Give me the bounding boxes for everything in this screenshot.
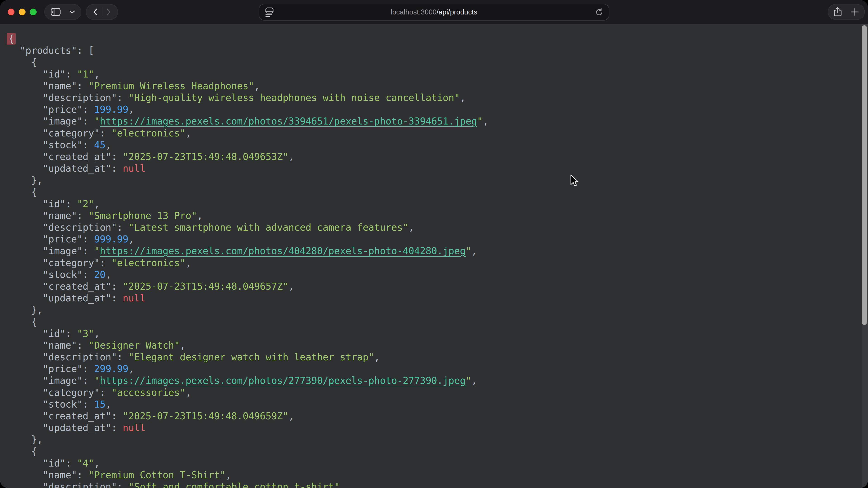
actions-button-group [828,4,865,20]
token-punct: , [374,352,380,363]
code-line: "category": "electronics", [8,127,859,139]
token-key: "updated_at" [43,422,111,433]
token-key: "created_at" [43,151,111,162]
code-line: "category": "accessories", [8,387,859,398]
token-punct: , [128,234,134,245]
token-key: "name" [43,469,77,481]
code-line: "category": "electronics", [8,257,859,269]
token-key: "image" [43,375,83,386]
url-path: /api/products [436,8,477,16]
token-punct [8,139,43,151]
token-punct: : [117,481,128,488]
token-punct [8,269,43,280]
token-punct: : [111,151,123,162]
token-punct: : [83,139,94,151]
code-line: "price": 199.99, [8,104,859,116]
token-punct: }, [8,434,43,445]
new-tab-button[interactable] [851,4,859,20]
share-button[interactable] [834,4,842,20]
token-key: "products" [20,45,77,56]
code-line: "created_at": "2025-07-23T15:49:48.04965… [8,151,859,163]
token-str: "4" [77,458,94,469]
code-line: "stock": 20, [8,269,859,281]
token-punct [8,257,43,268]
token-punct: : [77,80,88,92]
token-str: "Soft and comfortable cotton t-shirt" [128,481,340,488]
token-punct: , [340,481,346,488]
url-text: localhost:3000/api/products [391,8,477,16]
minimize-button[interactable] [19,8,26,15]
token-punct: , [471,375,477,386]
sidebar-icon [51,8,61,16]
json-url-link[interactable]: https://images.pexels.com/photos/277390/… [100,375,466,386]
token-key: "id" [43,328,66,339]
page-format-icon[interactable] [265,7,274,17]
reload-icon [595,8,603,17]
tab-group-menu-button[interactable] [69,4,75,20]
token-punct: : [83,116,94,127]
token-punct [8,281,43,292]
token-punct: , [408,222,414,233]
token-str: " [466,246,471,256]
token-key: "category" [43,128,100,139]
code-line: "updated_at": null [8,163,859,174]
token-str: "2" [77,198,94,209]
reload-button[interactable] [595,8,603,17]
chevron-down-icon [69,10,75,14]
token-punct: : [111,411,123,422]
sidebar-button-group [44,4,81,20]
json-url-link[interactable]: https://images.pexels.com/photos/404280/… [100,246,466,256]
token-key: "name" [43,210,77,221]
token-nul: null [123,293,146,304]
token-key: "updated_at" [43,293,111,304]
token-punct: , [105,269,111,280]
token-punct: : [83,269,94,280]
token-punct [8,387,43,398]
token-punct: , [180,340,186,351]
matched-brace: { [7,33,16,44]
token-punct [8,481,43,488]
token-punct: : [ [77,45,94,56]
token-punct: , [186,128,191,139]
token-str: "3" [77,328,94,339]
code-line: { [8,57,859,68]
token-str: "Latest smartphone with advanced camera … [128,222,408,233]
address-bar[interactable]: localhost:3000/api/products [258,4,610,21]
json-url-link[interactable]: https://images.pexels.com/photos/3394651… [100,116,477,127]
code-line: { [8,316,859,328]
token-punct: : [117,92,128,103]
sidebar-toggle-button[interactable] [51,4,61,20]
token-punct: , [94,198,100,209]
token-key: "price" [43,234,83,245]
token-punct [8,352,43,363]
back-button[interactable] [89,4,102,20]
token-punct [8,163,43,174]
token-punct: , [460,92,466,103]
forward-button[interactable] [102,4,115,20]
token-key: "stock" [43,269,83,280]
token-punct [8,328,43,339]
token-punct: , [483,116,489,127]
token-punct: : [100,128,112,139]
token-key: "id" [43,69,66,80]
navigation-button-group [86,4,118,20]
token-punct: : [111,281,123,292]
token-punct: , [288,281,294,292]
plus-icon [851,8,859,16]
json-viewer: { "products": [ { "id": "1", "name": "Pr… [0,24,868,488]
token-punct: : [66,69,77,80]
token-str: "High-quality wireless headphones with n… [128,92,460,103]
token-key: "description" [43,92,117,103]
code-line: "name": "Designer Watch", [8,339,859,351]
token-nul: null [123,163,146,174]
zoom-button[interactable] [30,8,37,15]
token-str: " [477,116,483,127]
token-punct [8,104,43,115]
scrollbar-thumb[interactable] [862,25,867,325]
toolbar: localhost:3000/api/products [0,0,868,24]
token-punct [8,222,43,233]
token-punct [8,340,43,351]
code-line: "name": "Premium Cotton T-Shirt", [8,469,859,481]
close-button[interactable] [8,8,14,15]
code-line: "id": "2", [8,198,859,210]
